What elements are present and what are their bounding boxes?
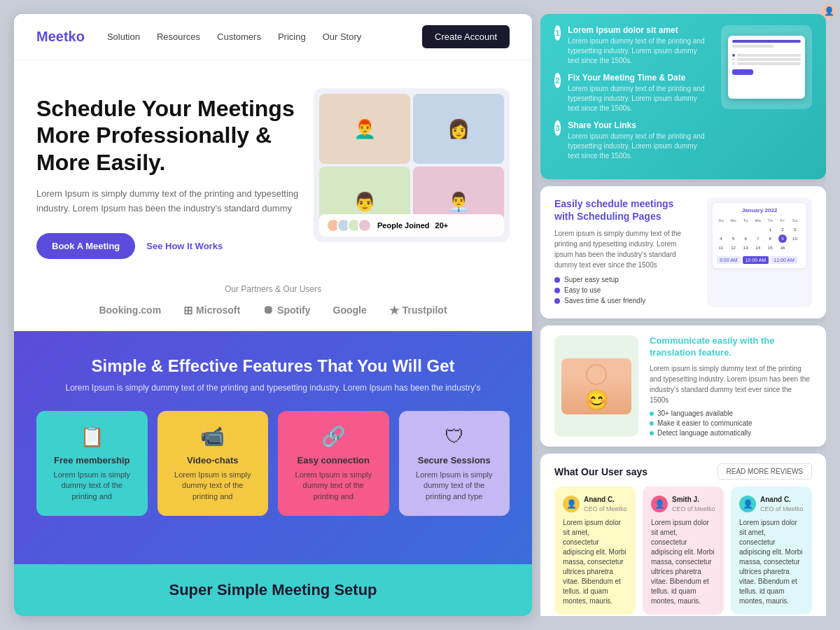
step-row-2: 3 Share Your Links Lorem ipsum dummy tex… <box>554 120 710 161</box>
nav-pricing[interactable]: Pricing <box>278 31 306 42</box>
cal-d-15: 11 <box>717 244 725 252</box>
reviewer-info-0: Anand C. CEO of Meetko <box>584 495 627 514</box>
translation-text: Communicate easily with the translation … <box>650 335 812 437</box>
video-cell-2: 👩 <box>413 94 504 164</box>
mock-dot-3 <box>732 62 735 65</box>
step-desc-0: Lorem ipsum dummy text of the printing a… <box>568 36 710 66</box>
cal-d-17: 13 <box>741 244 750 252</box>
avatar-1: 👨‍🦰 <box>344 108 386 150</box>
hero-body: Lorem Ipsum is simply dummy text of the … <box>36 187 300 216</box>
hero-text: Schedule Your Meetings More Professional… <box>36 88 300 259</box>
cal-d-1 <box>717 225 725 234</box>
steps-image: 👤 <box>721 25 812 109</box>
nav-solution[interactable]: Solution <box>107 31 140 42</box>
scheduling-body: Lorem ipsum is simply dummy text of the … <box>554 228 696 270</box>
cal-d-9: 5 <box>729 234 738 243</box>
check-label-0: Super easy setup <box>564 276 619 284</box>
reviewer-1: 👤 Smith J. CEO of Meetko <box>651 495 715 514</box>
mock-dot-1 <box>732 54 735 57</box>
feature-title-3: Secure Sessions <box>410 455 499 465</box>
cal-d-4 <box>754 225 762 234</box>
partners-logos: Booking.com ⊞ Microsoft ⏺ Spotify Google… <box>36 304 510 317</box>
feature-card-0: 📋 Free membership Lorem Ipsum is simply … <box>36 411 148 516</box>
review-card-0: 👤 Anand C. CEO of Meetko Lorem ipsum dol… <box>554 486 636 615</box>
review-text-1: Lorem ipsum dolor sit amet, consectetur … <box>651 518 715 606</box>
cal-d-16: 12 <box>729 244 738 252</box>
reviewer-role-1: CEO of Meetko <box>672 505 715 514</box>
review-text-0: Lorem ipsum dolor sit amet, consectetur … <box>563 518 627 606</box>
bottom-text-white: Super Simple <box>169 581 267 598</box>
cal-d-19: 15 <box>766 244 774 252</box>
person-emoji: 😊 <box>584 388 609 412</box>
step-desc-1: Lorem ipsum dummy text of the printing a… <box>568 84 710 113</box>
logo-prefix: Meet <box>36 29 69 44</box>
reviewer-avatar-0: 👤 <box>563 496 580 512</box>
feature-card-2: 🔗 Easy connection Lorem Ipsum is simply … <box>278 411 389 516</box>
person-graphic: 😊 <box>561 358 631 414</box>
trans-feat-label-2: Detect language automatically <box>657 429 751 437</box>
cal-d-13[interactable]: 9 <box>778 234 787 243</box>
mock-bar-2 <box>732 45 774 48</box>
create-account-button[interactable]: Create Account <box>422 25 510 48</box>
nav-resources[interactable]: Resources <box>157 31 200 42</box>
cal-d-12: 8 <box>766 234 774 243</box>
cal-d-5: 1 <box>766 225 774 234</box>
cal-d-11: 7 <box>754 234 762 243</box>
nav-our-story[interactable]: Our Story <box>323 31 362 42</box>
reviews-section: What Our User says READ MORE REVIEWS 👤 A… <box>540 454 826 616</box>
people-joined-count: 20+ <box>435 221 449 230</box>
cal-d-2 <box>729 225 738 234</box>
video-cell-1: 👨‍🦰 <box>319 94 410 164</box>
reviews-title: What Our User says <box>554 466 648 477</box>
person-head <box>586 364 607 385</box>
time-slot-2[interactable]: 10:00 AM <box>743 256 769 264</box>
mock-button <box>732 69 753 75</box>
trans-feat-2: Detect language automatically <box>650 429 812 437</box>
avatar-2: 👩 <box>438 108 479 150</box>
trans-feat-label-1: Make it easier to communicate <box>657 419 752 427</box>
nav-customers[interactable]: Customers <box>217 31 261 42</box>
partners-section: Our Partners & Our Users Booking.com ⊞ M… <box>14 273 532 331</box>
check-label-2: Saves time & user friendly <box>564 297 645 304</box>
time-slot-3[interactable]: 11:00 AM <box>771 256 797 264</box>
feature-card-3: 🛡 Secure Sessions Lorem Ipsum is simply … <box>399 411 510 516</box>
review-card-1: 👤 Smith J. CEO of Meetko Lorem ipsum dol… <box>643 486 724 615</box>
reviewer-avatar-1: 👤 <box>651 496 668 512</box>
reviewer-name-2: Anand C. <box>760 495 804 505</box>
mock-line-2 <box>737 58 801 61</box>
steps-section: 1 Lorem ipsum dolor sit amet Lorem ipsum… <box>540 14 826 179</box>
feature-icon-0: 📋 <box>48 425 136 448</box>
scheduling-section: Easily schedule meetings with Scheduling… <box>540 186 826 318</box>
reviewer-name-0: Anand C. <box>584 495 627 505</box>
cal-d-7: 3 <box>790 225 799 234</box>
cal-h-th: Th <box>766 216 774 225</box>
mock-screen-steps: 👤 <box>728 36 805 99</box>
reviewer-2: 👤 Anand C. CEO of Meetko <box>739 495 804 514</box>
scheduling-image: January 2022 Su Mo Tu We Th Fr Sa 1 2 3 <box>707 197 812 307</box>
see-how-button[interactable]: See How It Works <box>146 241 223 251</box>
mock-line-3 <box>737 62 801 65</box>
translation-image: 😊 <box>554 335 638 437</box>
review-text-2: Lorem ipsum dolor sit amet, consectetur … <box>739 518 804 606</box>
hero-buttons: Book A Meeting See How It Works <box>36 233 300 259</box>
check-label-1: Easy to use <box>564 286 601 294</box>
trans-feat-dot-1 <box>650 421 654 426</box>
calendar-grid: Su Mo Tu We Th Fr Sa 1 2 3 4 5 6 <box>717 216 802 252</box>
check-item-2: Saves time & user friendly <box>554 297 696 304</box>
time-slot-1[interactable]: 9:00 AM <box>717 256 741 264</box>
features-body: Lorem Ipsum is simply dummy text of the … <box>36 382 510 394</box>
people-joined-label: People Joined <box>377 221 430 230</box>
mock-dot-2 <box>732 58 735 61</box>
hero-image: 👨‍🦰 👩 👨 👨‍💼 Peopl <box>314 88 510 242</box>
feature-card-1: 📹 Video-chats Lorem Ipsum is simply dumm… <box>158 411 269 516</box>
feature-title-0: Free membership <box>48 455 136 465</box>
trans-feat-1: Make it easier to communicate <box>650 419 812 427</box>
feature-title-1: Video-chats <box>169 455 258 465</box>
feature-title-2: Easy connection <box>289 455 378 465</box>
book-meeting-button[interactable]: Book A Meeting <box>36 233 135 259</box>
mini-avatar-4 <box>358 218 372 232</box>
translation-features: 30+ languages available Make it easier t… <box>650 410 812 437</box>
check-dot-0 <box>554 277 560 283</box>
read-more-reviews-button[interactable]: READ MORE REVIEWS <box>718 463 812 479</box>
calendar-header: January 2022 <box>717 207 802 214</box>
